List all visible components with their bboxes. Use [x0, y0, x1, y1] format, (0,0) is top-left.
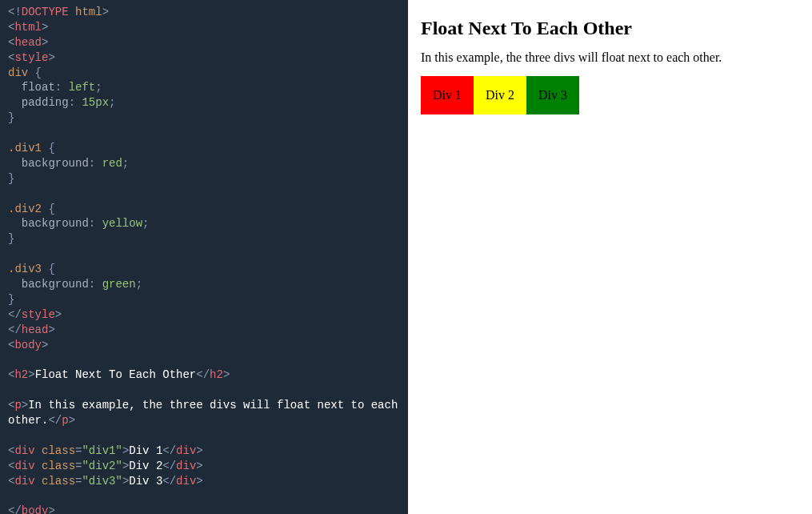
code-editor-pane[interactable]: <!DOCTYPE html><html><head><style>div { … — [0, 0, 408, 514]
code-line[interactable]: div { — [8, 66, 400, 81]
code-line[interactable]: <!DOCTYPE html> — [8, 5, 400, 20]
code-line[interactable]: } — [8, 292, 400, 307]
code-line[interactable]: float: left; — [8, 80, 400, 95]
preview-div2: Div 2 — [474, 76, 526, 114]
code-line[interactable] — [8, 247, 400, 262]
code-line[interactable]: <p>In this example, the three divs will … — [8, 398, 400, 413]
code-line[interactable]: } — [8, 171, 400, 187]
code-line[interactable]: <style> — [8, 50, 400, 66]
code-line[interactable]: .div3 { — [8, 262, 400, 277]
code-line[interactable] — [8, 352, 400, 367]
code-line[interactable]: other.</p> — [8, 413, 400, 428]
code-line[interactable] — [8, 428, 400, 444]
code-line[interactable]: <h2>Float Next To Each Other</h2> — [8, 367, 400, 383]
code-line[interactable] — [8, 126, 400, 141]
code-line[interactable]: <div class="div3">Div 3</div> — [8, 474, 400, 489]
code-line[interactable]: <html> — [8, 20, 400, 35]
code-line[interactable]: <div class="div1">Div 1</div> — [8, 444, 400, 459]
code-line[interactable]: </style> — [8, 307, 400, 323]
code-line[interactable]: <head> — [8, 35, 400, 50]
code-line[interactable]: padding: 15px; — [8, 95, 400, 110]
preview-div3: Div 3 — [526, 76, 579, 114]
code-line[interactable] — [8, 383, 400, 398]
preview-pane: Float Next To Each Other In this example… — [408, 0, 812, 514]
preview-heading: Float Next To Each Other — [421, 18, 799, 39]
code-line[interactable]: background: yellow; — [8, 216, 400, 231]
code-line[interactable]: background: green; — [8, 277, 400, 292]
code-line[interactable]: </body> — [8, 504, 400, 514]
code-line[interactable]: <body> — [8, 338, 400, 353]
code-line[interactable]: .div1 { — [8, 141, 400, 156]
code-line[interactable]: .div2 { — [8, 202, 400, 217]
code-line[interactable]: <div class="div2">Div 2</div> — [8, 459, 400, 474]
preview-div1: Div 1 — [421, 76, 474, 114]
preview-paragraph: In this example, the three divs will flo… — [421, 50, 799, 65]
code-line[interactable]: } — [8, 231, 400, 247]
app-root: <!DOCTYPE html><html><head><style>div { … — [0, 0, 812, 514]
code-line[interactable]: } — [8, 110, 400, 126]
code-line[interactable]: </head> — [8, 323, 400, 338]
code-line[interactable] — [8, 489, 400, 504]
code-line[interactable]: background: red; — [8, 156, 400, 171]
code-line[interactable] — [8, 187, 400, 202]
